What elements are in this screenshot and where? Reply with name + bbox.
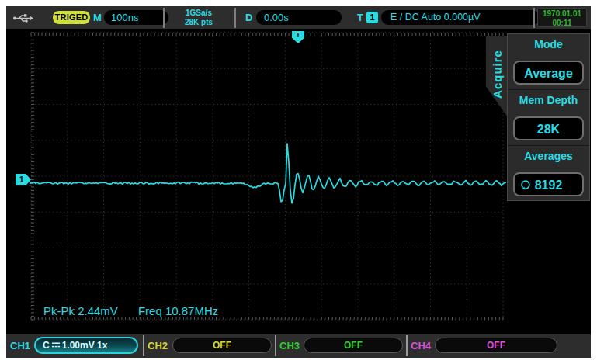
ch3-label: CH3: [279, 340, 300, 352]
divider: [234, 8, 236, 28]
acquire-menu-panel: Mode Average Mem Depth 28K Averages 8192: [507, 33, 590, 201]
mem-depth-button[interactable]: 28K: [513, 116, 584, 140]
waveform-display-area: T 1 Pk-Pk 2.44mVFreq 10.87MHz Acquire Mo…: [6, 29, 591, 334]
averages-button[interactable]: 8192: [513, 172, 584, 196]
ch4-settings-pill[interactable]: OFF: [435, 338, 557, 353]
time-text: 00:11: [538, 19, 586, 28]
divider: [163, 8, 165, 28]
ch1-scale: 1.00mV 1x: [62, 340, 108, 351]
trigger-source-label: T: [357, 12, 363, 23]
divider: [406, 335, 408, 356]
oscilloscope-screen: TRIGED M 100ns 1GSa/s 28K pts D 0.00s T …: [6, 6, 591, 358]
delay-value-box[interactable]: 0.00s: [256, 10, 342, 25]
channel-status-bar: CH1 C1.00mV 1x CH2 OFF CH3 OFF CH4 OFF: [6, 334, 591, 358]
divider: [275, 335, 276, 356]
divider: [533, 8, 535, 28]
ch1-settings-pill[interactable]: C1.00mV 1x: [34, 337, 138, 354]
menu-section-averages: Averages 8192: [508, 146, 589, 201]
ch2-label: CH2: [148, 340, 168, 352]
mem-depth-label: Mem Depth: [508, 90, 589, 106]
menu-section-mode: Mode Average: [508, 34, 589, 90]
ch1-coupling: C: [43, 340, 50, 351]
sample-rate: 1GSa/s: [165, 9, 232, 18]
date-text: 1970.01.01: [538, 9, 586, 19]
averages-value: 8192: [535, 179, 563, 192]
usb-icon: [12, 13, 34, 23]
delay-label: D: [245, 12, 252, 23]
rotate-icon: [520, 179, 531, 190]
dc-coupling-icon: [51, 341, 61, 348]
acquire-menu-title: Acquire: [491, 43, 504, 106]
divider: [143, 335, 144, 356]
timebase-label: M: [93, 12, 102, 23]
menu-section-mem-depth: Mem Depth 28K: [508, 90, 589, 146]
datetime-display: 1970.01.01 00:11: [537, 8, 587, 27]
sample-rate-block: 1GSa/s 28K pts: [165, 9, 232, 27]
averages-label: Averages: [508, 146, 589, 162]
ch2-settings-pill[interactable]: OFF: [172, 338, 272, 353]
trigger-channel-badge[interactable]: 1: [366, 12, 378, 23]
pkpk-measurement: Pk-Pk 2.44mV: [43, 304, 118, 317]
timebase-value-box[interactable]: 100ns: [104, 10, 168, 25]
mode-label: Mode: [508, 34, 589, 50]
trigger-info-box[interactable]: E / DC Auto 0.000µV: [381, 10, 540, 25]
ch1-label: CH1: [10, 340, 30, 352]
trigger-status-badge: TRIGED: [53, 11, 90, 24]
ch4-label: CH4: [411, 340, 431, 352]
mode-button[interactable]: Average: [513, 61, 584, 85]
ch3-settings-pill[interactable]: OFF: [304, 338, 403, 353]
measurement-readout: Pk-Pk 2.44mVFreq 10.87MHz: [43, 304, 238, 317]
freq-measurement: Freq 10.87MHz: [138, 304, 218, 317]
memory-points: 28K pts: [165, 18, 232, 27]
top-status-bar: TRIGED M 100ns 1GSa/s 28K pts D 0.00s T …: [6, 6, 591, 29]
